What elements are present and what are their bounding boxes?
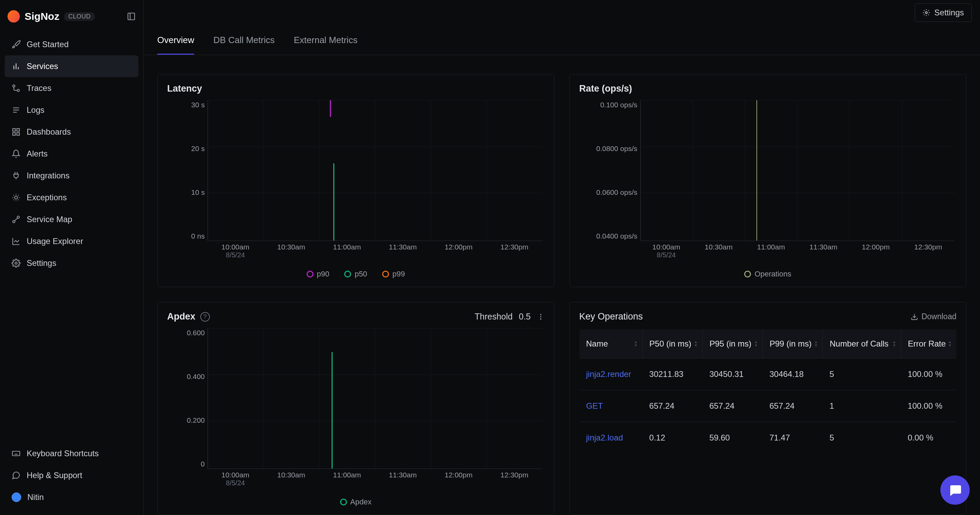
help-icon[interactable]: ? [200, 312, 210, 321]
cell: 0.00 % [901, 422, 956, 454]
apdex-spike [332, 352, 332, 469]
svg-point-14 [15, 196, 18, 199]
sidebar-bottom: Keyboard Shortcuts Help & Support Nitin [0, 441, 143, 510]
col-name[interactable]: Name▲▼ [579, 329, 643, 358]
op-name-link[interactable]: GET [579, 390, 643, 422]
legend-label: Apdex [350, 498, 372, 507]
col-p95[interactable]: P95 (in ms)▲▼ [702, 329, 763, 358]
legend-p99[interactable]: p99 [382, 270, 405, 278]
y-tick: 0 [200, 460, 205, 468]
sidebar-item-logs[interactable]: Logs [5, 99, 138, 121]
sidebar-item-keyboard-shortcuts[interactable]: Keyboard Shortcuts [5, 443, 138, 464]
legend-label: p50 [355, 270, 367, 278]
latency-legend: p90 p50 p99 [167, 265, 544, 280]
sidebar-item-help-support[interactable]: Help & Support [5, 464, 138, 486]
settings-button-label: Settings [934, 8, 964, 17]
svg-point-20 [540, 314, 541, 315]
sidebar-item-service-map[interactable]: Service Map [5, 208, 138, 230]
op-name-link[interactable]: jinja2.render [579, 358, 643, 390]
tab-db-call-metrics[interactable]: DB Call Metrics [213, 28, 274, 55]
download-icon [911, 313, 918, 321]
user-avatar [12, 493, 21, 502]
brand-block: SigNoz CLOUD [0, 5, 143, 32]
y-axis: 0.600 0.400 0.200 0 [167, 328, 205, 469]
tab-label: Overview [157, 35, 194, 45]
col-p99[interactable]: P99 (in ms)▲▼ [763, 329, 823, 358]
plot-area [207, 100, 542, 241]
y-axis: 30 s 20 s 10 s 0 ns [167, 100, 205, 241]
op-name-link[interactable]: jinja2.load [579, 422, 643, 454]
y-tick: 0.200 [187, 416, 205, 424]
main: Settings Overview DB Call Metrics Extern… [143, 0, 980, 515]
chat-fab-button[interactable] [940, 475, 970, 505]
x-tick: 10:30am [263, 243, 319, 265]
sidebar-item-alerts[interactable]: Alerts [5, 143, 138, 165]
swatch [344, 271, 351, 278]
cell: 657.24 [642, 390, 702, 422]
col-calls[interactable]: Number of Calls▲▼ [823, 329, 901, 358]
sidebar-item-traces[interactable]: Traces [5, 77, 138, 99]
sidebar-item-settings[interactable]: Settings [5, 252, 138, 274]
legend-operations[interactable]: Operations [744, 270, 791, 278]
x-tick: 12:00pm [431, 243, 487, 265]
tab-external-metrics[interactable]: External Metrics [294, 28, 358, 55]
bar-chart-icon [12, 62, 21, 71]
gear-icon [923, 9, 930, 16]
plot-area [640, 100, 955, 241]
legend-label: p99 [392, 270, 405, 278]
rate-title: Rate (ops/s) [579, 83, 957, 94]
x-tick: 11:30am [375, 243, 431, 265]
apdex-title: Apdex [167, 312, 196, 322]
sidebar-nav: Get Started Services Traces Logs Dashboa… [0, 32, 143, 441]
svg-point-21 [540, 316, 541, 318]
legend-p90[interactable]: p90 [307, 270, 329, 278]
apdex-chart[interactable]: 0.600 0.400 0.200 0 10:00am8/5/24 10:30a… [167, 328, 544, 493]
x-tick: 10:30am [692, 243, 745, 265]
x-tick: 11:00am [319, 243, 375, 265]
user-name: Nitin [27, 493, 44, 502]
cell: 100.00 % [901, 358, 956, 390]
user-row[interactable]: Nitin [5, 486, 138, 508]
svg-point-5 [13, 85, 15, 87]
legend-p50[interactable]: p50 [344, 270, 367, 278]
sidebar-item-integrations[interactable]: Integrations [5, 165, 138, 187]
x-tick: 12:30pm [902, 243, 955, 265]
key-ops-header: Key Operations Download [579, 312, 957, 322]
sidebar-item-exceptions[interactable]: Exceptions [5, 187, 138, 208]
cell: 30450.31 [702, 358, 763, 390]
content-grid: Latency 30 s 20 s 10 s 0 ns [143, 55, 980, 515]
cell: 30211.83 [642, 358, 702, 390]
key-operations-panel: Key Operations Download Name▲▼ P50 (in m… [570, 302, 967, 515]
tab-overview[interactable]: Overview [157, 28, 194, 55]
topbar: Settings [143, 0, 980, 22]
more-menu-button[interactable] [537, 313, 544, 321]
svg-rect-0 [128, 13, 135, 20]
svg-point-22 [540, 318, 541, 319]
chat-icon [12, 471, 21, 480]
hierarchy-icon [12, 84, 21, 92]
sidebar-item-get-started[interactable]: Get Started [5, 33, 138, 56]
svg-rect-13 [17, 133, 19, 135]
download-button[interactable]: Download [911, 312, 956, 321]
cell: 100.00 % [901, 390, 956, 422]
collapse-sidebar-button[interactable] [127, 12, 136, 21]
rate-chart[interactable]: 0.100 ops/s 0.0800 ops/s 0.0600 ops/s 0.… [579, 100, 957, 265]
brand-logo [8, 10, 20, 22]
y-tick: 0.0800 ops/s [596, 145, 637, 153]
latency-chart[interactable]: 30 s 20 s 10 s 0 ns 10:00am8/5/24 10:30a… [167, 100, 544, 265]
p90-spike [330, 100, 331, 117]
plug-icon [12, 171, 21, 180]
download-label: Download [921, 312, 956, 321]
page-settings-button[interactable]: Settings [915, 3, 972, 22]
sidebar-item-usage-explorer[interactable]: Usage Explorer [5, 230, 138, 252]
sidebar-item-dashboards[interactable]: Dashboards [5, 121, 138, 143]
sidebar-item-label: Keyboard Shortcuts [27, 449, 99, 458]
cell: 657.24 [702, 390, 763, 422]
x-axis: 10:00am8/5/24 10:30am 11:00am 11:30am 12… [207, 471, 542, 493]
sidebar-item-label: Service Map [27, 215, 72, 224]
col-p50[interactable]: P50 (in ms)▲▼ [642, 329, 702, 358]
sidebar-item-services[interactable]: Services [5, 56, 138, 77]
col-error-rate[interactable]: Error Rate▲▼ [901, 329, 956, 358]
legend-apdex[interactable]: Apdex [340, 498, 372, 507]
col-label: P95 (in ms) [710, 339, 752, 348]
